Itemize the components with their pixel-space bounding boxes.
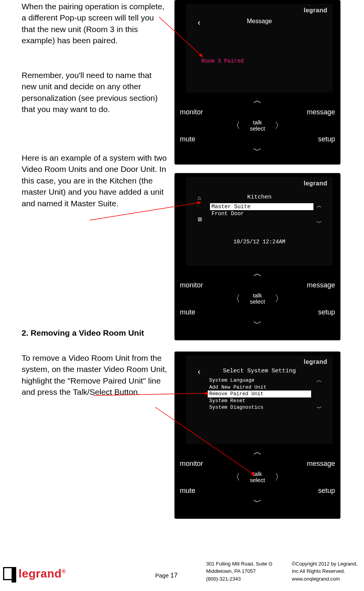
brand-label: legrand <box>304 7 327 14</box>
dpad: ︿ ﹀ 〈 〉 talk select <box>225 95 290 156</box>
brand-label: legrand <box>304 358 327 365</box>
dpad-down-icon[interactable]: ﹀ <box>253 145 262 156</box>
page-footer: legrand® Page 17 301 Fulling Mill Road, … <box>0 555 364 583</box>
select-label: select <box>250 125 265 132</box>
camera-icon: ▧ <box>198 216 202 222</box>
dpad: ︿ ﹀ 〈 〉 talk select <box>225 268 290 329</box>
message-button[interactable]: message <box>307 460 335 468</box>
device-panel-1: legrand ‹ Message Room 3 Paired monitor … <box>174 0 340 165</box>
dpad-up-icon[interactable]: ︿ <box>253 95 262 106</box>
list-item[interactable]: Add New Paired Unit <box>208 384 311 391</box>
message-button[interactable]: message <box>307 108 335 116</box>
brand-label: legrand <box>304 180 327 187</box>
dpad-right-icon[interactable]: 〉 <box>275 120 283 131</box>
select-label: select <box>250 477 265 483</box>
device-panel-3: legrand ‹ Select System Setting ︿ ﹀ Syst… <box>174 352 340 519</box>
talk-label: talk <box>253 292 262 299</box>
legrand-logo: legrand® <box>3 567 66 580</box>
back-icon[interactable]: ‹ <box>198 18 200 28</box>
mute-button[interactable]: mute <box>180 308 195 316</box>
dpad-right-icon[interactable]: 〉 <box>275 471 283 483</box>
list-item[interactable]: System Reset <box>208 397 311 404</box>
back-icon[interactable]: ‹ <box>198 367 200 377</box>
device-panel-2: legrand ⌂ ▧ Kitchen ︿ ﹀ Master Suite Fro… <box>174 173 340 340</box>
screen2-datetime: 10/25/12 12:24AM <box>186 239 333 245</box>
paragraph-4b: and press the Talk/Select Button. <box>22 386 168 397</box>
dpad-left-icon[interactable]: 〈 <box>232 120 240 131</box>
talk-label: talk <box>253 119 262 126</box>
screen3-list: System Language Add New Paired Unit Remo… <box>208 377 311 411</box>
list-item[interactable]: System Diagnostics <box>208 404 311 411</box>
logo-mark-icon <box>3 567 16 580</box>
paragraph-3: Here is an example of a system with two … <box>22 152 168 209</box>
monitor-button[interactable]: monitor <box>180 460 203 468</box>
scroll-down-icon[interactable]: ﹀ <box>317 405 322 412</box>
talk-label: talk <box>253 470 262 477</box>
dpad-down-icon[interactable]: ﹀ <box>253 318 262 329</box>
paragraph-4a: To remove a Video Room Unit from the sys… <box>22 352 168 386</box>
paragraph-2: Remember, you'll need to name that new u… <box>22 70 168 115</box>
scroll-up-icon[interactable]: ︿ <box>317 202 322 209</box>
list-item-selected[interactable]: Remove Paired Unit <box>208 391 311 397</box>
talk-select-button[interactable]: talk select <box>250 292 265 305</box>
message-button[interactable]: message <box>307 281 335 289</box>
list-item[interactable]: Front Door <box>210 210 313 217</box>
setup-button[interactable]: setup <box>318 308 335 316</box>
screen2-list: Master Suite Front Door <box>210 203 313 217</box>
list-item[interactable]: System Language <box>208 377 311 384</box>
talk-select-button[interactable]: talk select <box>250 119 265 132</box>
dpad-down-icon[interactable]: ﹀ <box>253 496 262 508</box>
monitor-button[interactable]: monitor <box>180 108 203 116</box>
select-label: select <box>250 298 265 305</box>
dpad-up-icon[interactable]: ︿ <box>253 268 262 279</box>
dpad-left-icon[interactable]: 〈 <box>232 293 240 304</box>
device-screen-2: legrand ⌂ ▧ Kitchen ︿ ﹀ Master Suite Fro… <box>186 177 333 266</box>
footer-address: 301 Fulling Mill Road, Suite G Middletow… <box>206 560 273 583</box>
scroll-up-icon[interactable]: ︿ <box>317 377 322 384</box>
dpad-right-icon[interactable]: 〉 <box>275 293 283 304</box>
setup-button[interactable]: setup <box>318 135 335 143</box>
setup-button[interactable]: setup <box>318 487 335 495</box>
dpad-left-icon[interactable]: 〈 <box>232 471 240 483</box>
footer-copyright: ©Copyright 2012 by Legrand, Inc All Righ… <box>292 560 357 583</box>
device-screen-3: legrand ‹ Select System Setting ︿ ﹀ Syst… <box>186 355 333 444</box>
dpad: ︿ ﹀ 〈 〉 talk select <box>225 446 290 508</box>
talk-select-button[interactable]: talk select <box>250 471 265 484</box>
mute-button[interactable]: mute <box>180 135 195 143</box>
mute-button[interactable]: mute <box>180 487 195 495</box>
home-icon: ⌂ <box>198 195 201 201</box>
scroll-down-icon[interactable]: ﹀ <box>317 219 322 226</box>
monitor-button[interactable]: monitor <box>180 281 203 289</box>
screen1-popup-text: Room 3 Paired <box>201 58 244 64</box>
heading-removing: 2. Removing a Video Room Unit <box>22 328 168 338</box>
paragraph-1: When the pairing operation is complete, … <box>22 1 168 46</box>
list-item-selected[interactable]: Master Suite <box>210 203 313 210</box>
device-screen-1: legrand ‹ Message Room 3 Paired <box>186 4 333 93</box>
page-number: Page 17 <box>155 572 178 579</box>
logo-text: legrand® <box>19 567 66 580</box>
dpad-up-icon[interactable]: ︿ <box>253 446 262 458</box>
